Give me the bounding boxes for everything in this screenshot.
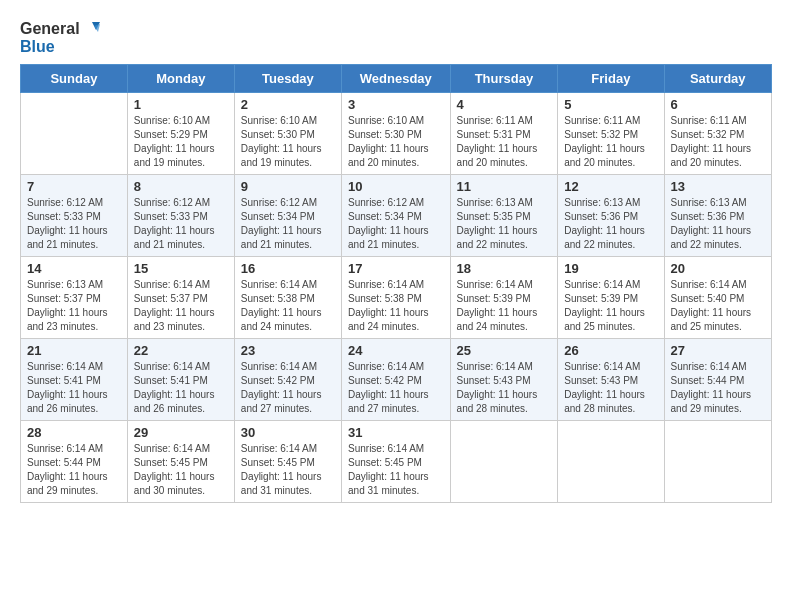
day-number: 4: [457, 97, 552, 112]
day-info: Sunrise: 6:11 AM Sunset: 5:31 PM Dayligh…: [457, 114, 552, 170]
calendar-cell: 9Sunrise: 6:12 AM Sunset: 5:34 PM Daylig…: [234, 175, 341, 257]
day-number: 29: [134, 425, 228, 440]
week-row-1: 1Sunrise: 6:10 AM Sunset: 5:29 PM Daylig…: [21, 93, 772, 175]
day-number: 31: [348, 425, 444, 440]
day-header-monday: Monday: [127, 65, 234, 93]
day-info: Sunrise: 6:12 AM Sunset: 5:33 PM Dayligh…: [134, 196, 228, 252]
calendar-cell: 23Sunrise: 6:14 AM Sunset: 5:42 PM Dayli…: [234, 339, 341, 421]
day-number: 11: [457, 179, 552, 194]
calendar-cell: 18Sunrise: 6:14 AM Sunset: 5:39 PM Dayli…: [450, 257, 558, 339]
day-info: Sunrise: 6:11 AM Sunset: 5:32 PM Dayligh…: [671, 114, 765, 170]
calendar-cell: 7Sunrise: 6:12 AM Sunset: 5:33 PM Daylig…: [21, 175, 128, 257]
calendar-cell: [558, 421, 664, 503]
day-number: 14: [27, 261, 121, 276]
calendar-cell: 29Sunrise: 6:14 AM Sunset: 5:45 PM Dayli…: [127, 421, 234, 503]
day-number: 15: [134, 261, 228, 276]
calendar-cell: 19Sunrise: 6:14 AM Sunset: 5:39 PM Dayli…: [558, 257, 664, 339]
day-info: Sunrise: 6:10 AM Sunset: 5:30 PM Dayligh…: [241, 114, 335, 170]
calendar-header-row: SundayMondayTuesdayWednesdayThursdayFrid…: [21, 65, 772, 93]
calendar-cell: 8Sunrise: 6:12 AM Sunset: 5:33 PM Daylig…: [127, 175, 234, 257]
calendar-table: SundayMondayTuesdayWednesdayThursdayFrid…: [20, 64, 772, 503]
day-info: Sunrise: 6:14 AM Sunset: 5:45 PM Dayligh…: [134, 442, 228, 498]
day-header-friday: Friday: [558, 65, 664, 93]
logo: General Blue: [20, 20, 100, 56]
calendar-cell: 31Sunrise: 6:14 AM Sunset: 5:45 PM Dayli…: [342, 421, 451, 503]
calendar-cell: 28Sunrise: 6:14 AM Sunset: 5:44 PM Dayli…: [21, 421, 128, 503]
day-number: 12: [564, 179, 657, 194]
day-header-tuesday: Tuesday: [234, 65, 341, 93]
day-number: 28: [27, 425, 121, 440]
day-number: 19: [564, 261, 657, 276]
day-info: Sunrise: 6:14 AM Sunset: 5:39 PM Dayligh…: [564, 278, 657, 334]
day-info: Sunrise: 6:14 AM Sunset: 5:42 PM Dayligh…: [348, 360, 444, 416]
day-info: Sunrise: 6:14 AM Sunset: 5:44 PM Dayligh…: [27, 442, 121, 498]
calendar-cell: 11Sunrise: 6:13 AM Sunset: 5:35 PM Dayli…: [450, 175, 558, 257]
day-info: Sunrise: 6:14 AM Sunset: 5:38 PM Dayligh…: [241, 278, 335, 334]
day-number: 26: [564, 343, 657, 358]
calendar-cell: 12Sunrise: 6:13 AM Sunset: 5:36 PM Dayli…: [558, 175, 664, 257]
day-info: Sunrise: 6:14 AM Sunset: 5:44 PM Dayligh…: [671, 360, 765, 416]
day-header-thursday: Thursday: [450, 65, 558, 93]
day-header-sunday: Sunday: [21, 65, 128, 93]
calendar-cell: 6Sunrise: 6:11 AM Sunset: 5:32 PM Daylig…: [664, 93, 771, 175]
day-info: Sunrise: 6:12 AM Sunset: 5:34 PM Dayligh…: [241, 196, 335, 252]
calendar-cell: [664, 421, 771, 503]
day-info: Sunrise: 6:12 AM Sunset: 5:33 PM Dayligh…: [27, 196, 121, 252]
day-info: Sunrise: 6:10 AM Sunset: 5:29 PM Dayligh…: [134, 114, 228, 170]
day-number: 24: [348, 343, 444, 358]
calendar-cell: 20Sunrise: 6:14 AM Sunset: 5:40 PM Dayli…: [664, 257, 771, 339]
calendar-cell: 17Sunrise: 6:14 AM Sunset: 5:38 PM Dayli…: [342, 257, 451, 339]
day-header-saturday: Saturday: [664, 65, 771, 93]
calendar-cell: 21Sunrise: 6:14 AM Sunset: 5:41 PM Dayli…: [21, 339, 128, 421]
day-info: Sunrise: 6:13 AM Sunset: 5:36 PM Dayligh…: [671, 196, 765, 252]
day-number: 8: [134, 179, 228, 194]
day-number: 20: [671, 261, 765, 276]
calendar-cell: 5Sunrise: 6:11 AM Sunset: 5:32 PM Daylig…: [558, 93, 664, 175]
day-number: 1: [134, 97, 228, 112]
day-info: Sunrise: 6:13 AM Sunset: 5:37 PM Dayligh…: [27, 278, 121, 334]
day-number: 27: [671, 343, 765, 358]
day-number: 18: [457, 261, 552, 276]
day-number: 30: [241, 425, 335, 440]
day-info: Sunrise: 6:14 AM Sunset: 5:41 PM Dayligh…: [27, 360, 121, 416]
logo-blue: Blue: [20, 38, 55, 56]
day-number: 21: [27, 343, 121, 358]
day-header-wednesday: Wednesday: [342, 65, 451, 93]
day-number: 5: [564, 97, 657, 112]
day-number: 3: [348, 97, 444, 112]
logo-text-block: General Blue: [20, 20, 100, 56]
day-info: Sunrise: 6:14 AM Sunset: 5:41 PM Dayligh…: [134, 360, 228, 416]
logo-general: General: [20, 20, 80, 38]
day-number: 7: [27, 179, 121, 194]
day-number: 2: [241, 97, 335, 112]
calendar-cell: 24Sunrise: 6:14 AM Sunset: 5:42 PM Dayli…: [342, 339, 451, 421]
calendar-cell: [450, 421, 558, 503]
calendar-cell: 30Sunrise: 6:14 AM Sunset: 5:45 PM Dayli…: [234, 421, 341, 503]
day-number: 9: [241, 179, 335, 194]
week-row-5: 28Sunrise: 6:14 AM Sunset: 5:44 PM Dayli…: [21, 421, 772, 503]
calendar-cell: 26Sunrise: 6:14 AM Sunset: 5:43 PM Dayli…: [558, 339, 664, 421]
week-row-4: 21Sunrise: 6:14 AM Sunset: 5:41 PM Dayli…: [21, 339, 772, 421]
day-number: 17: [348, 261, 444, 276]
week-row-2: 7Sunrise: 6:12 AM Sunset: 5:33 PM Daylig…: [21, 175, 772, 257]
day-info: Sunrise: 6:14 AM Sunset: 5:43 PM Dayligh…: [457, 360, 552, 416]
day-info: Sunrise: 6:14 AM Sunset: 5:43 PM Dayligh…: [564, 360, 657, 416]
day-info: Sunrise: 6:14 AM Sunset: 5:45 PM Dayligh…: [348, 442, 444, 498]
day-info: Sunrise: 6:14 AM Sunset: 5:37 PM Dayligh…: [134, 278, 228, 334]
day-info: Sunrise: 6:14 AM Sunset: 5:38 PM Dayligh…: [348, 278, 444, 334]
day-number: 25: [457, 343, 552, 358]
day-number: 22: [134, 343, 228, 358]
calendar-cell: 1Sunrise: 6:10 AM Sunset: 5:29 PM Daylig…: [127, 93, 234, 175]
day-info: Sunrise: 6:11 AM Sunset: 5:32 PM Dayligh…: [564, 114, 657, 170]
week-row-3: 14Sunrise: 6:13 AM Sunset: 5:37 PM Dayli…: [21, 257, 772, 339]
calendar-cell: 25Sunrise: 6:14 AM Sunset: 5:43 PM Dayli…: [450, 339, 558, 421]
calendar-cell: 10Sunrise: 6:12 AM Sunset: 5:34 PM Dayli…: [342, 175, 451, 257]
page-header: General Blue: [20, 20, 772, 56]
calendar-cell: 27Sunrise: 6:14 AM Sunset: 5:44 PM Dayli…: [664, 339, 771, 421]
calendar-cell: [21, 93, 128, 175]
day-number: 6: [671, 97, 765, 112]
day-info: Sunrise: 6:14 AM Sunset: 5:45 PM Dayligh…: [241, 442, 335, 498]
day-info: Sunrise: 6:14 AM Sunset: 5:42 PM Dayligh…: [241, 360, 335, 416]
day-info: Sunrise: 6:14 AM Sunset: 5:39 PM Dayligh…: [457, 278, 552, 334]
day-number: 16: [241, 261, 335, 276]
